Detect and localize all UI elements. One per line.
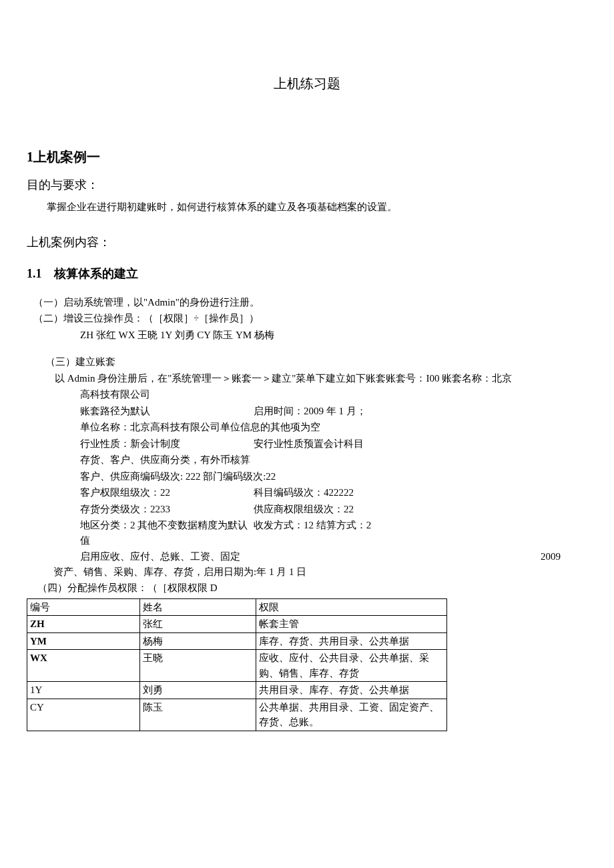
enable-modules-b: 资产、销售、采购、库存、存货，启用日期为:年 1 月 1 日 — [53, 564, 587, 580]
cell-name: 王晓 — [140, 650, 256, 682]
cell-id: YM — [27, 632, 140, 650]
case-content-heading: 上机案例内容： — [27, 234, 587, 252]
purpose-heading: 目的与要求： — [27, 176, 587, 194]
unit-name: 单位名称：北京高科技有限公司单位信息的其他项为空 — [80, 420, 320, 435]
document-title: 上机练习题 — [27, 73, 587, 93]
cell-name: 张红 — [140, 616, 256, 633]
code-levels-1: 客户、供应商编码级次: 222 部门编码级次:22 — [80, 469, 276, 484]
purpose-body: 掌握企业在进行期初建账时，如何进行核算体系的建立及各项基础档案的设置。 — [27, 199, 587, 215]
cell-id: ZH — [27, 616, 140, 633]
cell-name: 杨梅 — [140, 632, 256, 650]
cell-perm: 公共单据、共用目录、工资、固定资产、存货、总账。 — [256, 699, 447, 731]
step-4: （四）分配操作员权限：（［权限权限 D — [37, 580, 587, 596]
cell-perm: 库存、存货、共用目录、公共单据 — [256, 632, 447, 650]
step-3-intro: 以 Admin 身份注册后，在"系统管理一＞账套一＞建立"菜单下建立如下账套账套… — [55, 371, 587, 386]
step-1: （一）启动系统管理，以"Admin"的身份进行注册。 — [33, 295, 587, 310]
table-header-row: 编号 姓名 权限 — [27, 598, 447, 616]
account-path: 账套路径为默认 — [80, 404, 254, 419]
enable-modules-a: 启用应收、应付、总账、工资、固定 — [80, 549, 587, 564]
table-row: ZH 张红 帐套主管 — [27, 616, 447, 633]
account-details: 高科技有限公司 账套路径为默认 启用时间：2009 年 1 月； 单位名称：北京… — [80, 387, 587, 548]
permissions-table: 编号 姓名 权限 ZH 张红 帐套主管 YM 杨梅 库存、存货、共用目录、公共单… — [27, 598, 447, 731]
table-row: WX 王晓 应收、应付、公共目录、公共单据、采购、销售、库存、存货 — [27, 650, 447, 682]
classification-note: 存货、客户、供应商分类，有外币核算 — [80, 452, 250, 468]
table-row: CY 陈玉 公共单据、共用目录、工资、固定资产、存货、总账。 — [27, 699, 447, 731]
th-perm: 权限 — [256, 598, 447, 616]
cell-perm: 共用目录、库存、存货、公共单据 — [256, 682, 447, 699]
delivery-settlement: 收发方式：12 结算方式：2 — [254, 518, 587, 548]
table-row: 1Y 刘勇 共用目录、库存、存货、公共单据 — [27, 682, 447, 699]
enable-year: 2009 — [541, 549, 561, 564]
th-name: 姓名 — [140, 598, 256, 616]
step-2-operators: ZH 张红 WX 王晓 1Y 刘勇 CY 陈玉 YM 杨梅 — [80, 328, 587, 343]
preset-accounts: 安行业性质预置会计科目 — [254, 436, 587, 452]
cell-name: 陈玉 — [140, 699, 256, 731]
industry-nature: 行业性质：新会计制度 — [80, 436, 254, 452]
supplier-perm-level: 供应商权限组级次：22 — [254, 502, 587, 517]
cell-perm: 应收、应付、公共目录、公共单据、采购、销售、库存、存货 — [256, 650, 447, 682]
th-id: 编号 — [27, 598, 140, 616]
customer-perm-level: 客户权限组级次：22 — [80, 485, 254, 500]
cell-id: CY — [27, 699, 140, 731]
company-name-cont: 高科技有限公司 — [80, 387, 150, 402]
case-heading: 1上机案例一 — [27, 147, 587, 167]
subject-code-level: 科目编码级次：422222 — [254, 485, 587, 500]
step-2: （二）增设三位操作员：（［权限］÷［操作员］） — [33, 311, 587, 326]
inventory-level: 存货分类级次：2233 — [80, 502, 254, 517]
section-1-1-heading: 1.1 核算体系的建立 — [27, 265, 587, 283]
step-3: （三）建立账套 — [45, 354, 587, 370]
enable-time: 启用时间：2009 年 1 月； — [254, 404, 587, 419]
cell-id: WX — [27, 650, 140, 682]
region-precision: 地区分类：2 其他不变数据精度为默认值 — [80, 518, 254, 548]
cell-perm: 帐套主管 — [256, 616, 447, 633]
cell-name: 刘勇 — [140, 682, 256, 699]
table-row: YM 杨梅 库存、存货、共用目录、公共单据 — [27, 632, 447, 650]
cell-id: 1Y — [27, 682, 140, 699]
